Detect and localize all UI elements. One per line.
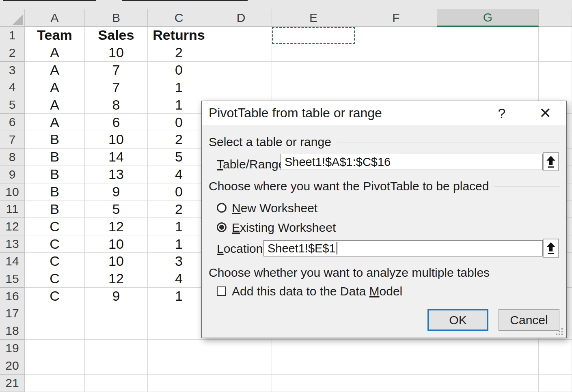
cell-G2[interactable] (437, 44, 539, 62)
cell-F20[interactable] (355, 357, 437, 375)
cell-C1[interactable]: Returns (148, 27, 210, 44)
cell-A11[interactable]: B (25, 200, 85, 218)
cell-C18[interactable] (148, 322, 210, 340)
cell-H3[interactable] (539, 62, 572, 79)
column-header-C[interactable]: C (148, 9, 210, 27)
cell-B6[interactable]: 6 (85, 114, 148, 131)
cell-E2[interactable] (272, 44, 355, 62)
column-header-G[interactable]: G (437, 9, 539, 27)
column-header-B[interactable]: B (85, 9, 148, 27)
cell-C11[interactable]: 2 (148, 200, 210, 218)
cancel-button[interactable]: Cancel (499, 309, 559, 331)
cell-A1[interactable]: Team (25, 27, 85, 44)
cell-C10[interactable]: 0 (148, 183, 210, 201)
cell-B11[interactable]: 5 (85, 200, 148, 218)
cell-D21[interactable] (210, 375, 272, 392)
cell-B20[interactable] (85, 357, 148, 375)
cell-E3[interactable] (272, 62, 355, 79)
help-icon[interactable]: ? (492, 104, 511, 123)
cell-A7[interactable]: B (25, 131, 85, 149)
cell-D4[interactable] (210, 79, 272, 97)
column-header-D[interactable]: D (210, 9, 272, 27)
cell-A13[interactable]: C (25, 235, 85, 253)
cell-C7[interactable]: 2 (148, 131, 210, 149)
cell-B12[interactable]: 12 (85, 218, 148, 235)
cell-A14[interactable]: C (25, 253, 85, 270)
cell-G20[interactable] (437, 357, 539, 375)
row-header-4[interactable]: 4 (0, 79, 25, 97)
cell-E4[interactable] (272, 79, 355, 97)
cell-A5[interactable]: A (25, 96, 85, 114)
cell-A18[interactable] (25, 322, 85, 340)
cell-D20[interactable] (210, 357, 272, 375)
dialog-titlebar[interactable]: PivotTable from table or range ? ✕ (202, 101, 566, 125)
row-header-6[interactable]: 6 (0, 114, 25, 131)
row-header-18[interactable]: 18 (0, 322, 25, 340)
cell-C15[interactable]: 4 (148, 270, 210, 288)
cell-B13[interactable]: 10 (85, 235, 148, 253)
cell-A21[interactable] (25, 375, 85, 392)
radio-existing-worksheet[interactable] (217, 222, 227, 232)
cell-B8[interactable]: 14 (85, 149, 148, 166)
cell-H2[interactable] (539, 44, 572, 62)
close-icon[interactable]: ✕ (535, 103, 556, 123)
row-header-8[interactable]: 8 (0, 149, 25, 166)
cell-G1[interactable] (437, 27, 539, 44)
cell-D1[interactable] (210, 27, 272, 44)
cell-A17[interactable] (25, 305, 85, 323)
ok-button[interactable]: OK (427, 309, 488, 331)
cell-H20[interactable] (539, 357, 572, 375)
cell-B1[interactable]: Sales (85, 27, 148, 44)
cell-B5[interactable]: 8 (85, 96, 148, 114)
cell-H19[interactable] (539, 340, 572, 357)
cell-C17[interactable] (148, 305, 210, 323)
cell-B2[interactable]: 10 (85, 44, 148, 62)
cell-G4[interactable] (437, 79, 539, 97)
cell-C14[interactable]: 3 (148, 253, 210, 270)
radio-new-worksheet[interactable] (217, 203, 227, 213)
row-header-20[interactable]: 20 (0, 357, 25, 375)
cell-B18[interactable] (85, 322, 148, 340)
row-header-21[interactable]: 21 (0, 375, 25, 392)
cell-F2[interactable] (355, 44, 437, 62)
cell-A20[interactable] (25, 357, 85, 375)
row-header-3[interactable]: 3 (0, 62, 25, 79)
cell-C3[interactable]: 0 (148, 62, 210, 79)
cell-D3[interactable] (210, 62, 272, 79)
column-header-F[interactable]: F (355, 9, 437, 27)
row-header-17[interactable]: 17 (0, 305, 25, 323)
cell-C9[interactable]: 4 (148, 166, 210, 183)
cell-A16[interactable]: C (25, 288, 85, 305)
cell-C6[interactable]: 0 (148, 114, 210, 131)
cell-G21[interactable] (437, 375, 539, 392)
column-header-E[interactable]: E (272, 9, 355, 27)
cell-B10[interactable]: 9 (85, 183, 148, 201)
cell-E21[interactable] (272, 375, 355, 392)
cell-G19[interactable] (437, 340, 539, 357)
cell-A9[interactable]: B (25, 166, 85, 183)
cell-C8[interactable]: 5 (148, 149, 210, 166)
cell-D2[interactable] (210, 44, 272, 62)
row-header-13[interactable]: 13 (0, 235, 25, 253)
cell-C20[interactable] (148, 357, 210, 375)
radio-new-worksheet-label[interactable]: New Worksheet (232, 201, 317, 215)
column-header-A[interactable]: A (25, 9, 85, 27)
row-header-7[interactable]: 7 (0, 131, 25, 149)
cell-C21[interactable] (148, 375, 210, 392)
column-header-partial[interactable] (539, 9, 572, 27)
row-header-1[interactable]: 1 (0, 27, 25, 44)
cell-H4[interactable] (539, 79, 572, 97)
cell-C19[interactable] (148, 340, 210, 357)
location-input[interactable]: Sheet1!$E$1 (263, 240, 543, 256)
table-range-collapse-button[interactable] (543, 152, 559, 171)
row-header-16[interactable]: 16 (0, 288, 25, 305)
row-header-9[interactable]: 9 (0, 166, 25, 183)
cell-A4[interactable]: A (25, 79, 85, 97)
cell-B19[interactable] (85, 340, 148, 357)
cell-F1[interactable] (355, 27, 437, 44)
dialog-resize-grip[interactable] (556, 328, 563, 336)
cell-B21[interactable] (85, 375, 148, 392)
row-header-2[interactable]: 2 (0, 44, 25, 62)
cell-B16[interactable]: 9 (85, 288, 148, 305)
cell-A6[interactable]: A (25, 114, 85, 131)
